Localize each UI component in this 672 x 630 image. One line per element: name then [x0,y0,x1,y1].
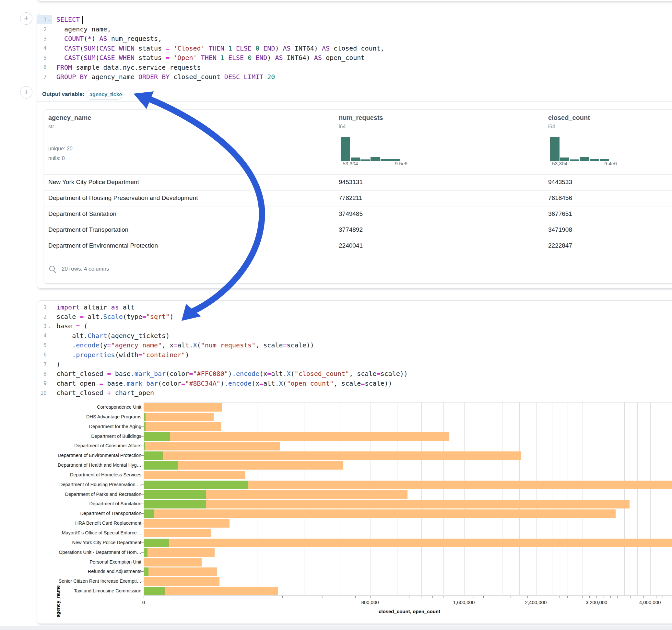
x-axis-title: closed_count, open_count [144,609,672,614]
row-divider [44,206,672,207]
code-text: alt.Chart(agency_tickets) [52,332,170,340]
output-variable-input[interactable]: agency_tickets [86,90,123,99]
y-axis-tick [141,494,144,494]
table-row-count: 20 rows, 4 columns [62,266,109,272]
table-cell: 9443533 [548,178,572,186]
code-line[interactable]: 4 CAST(SUM(CASE WHEN status = 'Closed' T… [37,43,672,53]
code-line[interactable]: 7GROUP BY agency_name ORDER BY closed_co… [37,72,672,81]
table-cell: 2222847 [548,242,572,249]
code-line[interactable]: 1⌄SELECT [37,15,672,24]
dataframe-table: agency_namestrunique: 20nulls: 0num_requ… [44,109,672,284]
bar-closed-count [144,509,616,518]
table-cell: Department of Sanitation [48,210,116,217]
y-axis-label: Department of Parks and Recreation [38,492,141,497]
code-line[interactable]: 2 agency_name, [37,24,672,34]
gridline [624,403,625,595]
line-number: 2 [37,312,52,321]
notebook-page: + + 1⌄SELECT2 agency_name,3 COUNT(*) AS … [0,0,672,630]
x-axis-label: 2,400,000 [525,600,547,605]
x-axis-tick [370,596,370,598]
row-divider [44,222,672,222]
column-histogram [550,137,609,161]
column-header: num_requests [339,114,383,122]
gridline [464,403,464,595]
gridline [519,403,520,595]
line-number: 4 [37,331,52,340]
code-text: .encode(y="agency_name", x=alt.X("num_re… [52,341,314,349]
code-line[interactable]: 4 alt.Chart(agency_tickets) [37,331,672,340]
x-axis-tick [474,596,474,598]
code-line[interactable]: 2scale = alt.Scale(type="sqrt") [37,312,672,321]
y-axis-label: HRA Benefit Card Replacement [38,520,141,526]
y-axis-tick [141,571,144,572]
code-line[interactable]: 3 COUNT(*) AS num_requests, [37,34,672,43]
bar-closed-count [144,432,449,441]
x-axis-tick [617,596,618,598]
gridline [502,403,502,595]
table-cell: New York City Police Department [48,178,139,186]
bar-closed-count [144,413,214,421]
bar-closed-count [144,422,221,431]
y-axis-title: agency_name [55,550,61,630]
bar-open-count [144,432,170,441]
y-axis-tick [141,533,144,533]
y-axis-label: Mayorâ€ s Office of Special Enforce… [38,530,141,535]
fold-chevron-icon[interactable]: ⌄ [47,324,52,328]
bar-closed-count [144,471,245,480]
gridline [484,403,484,595]
line-number: 7 [37,72,52,81]
code-line[interactable]: 10chart_closed + chart_open [37,388,672,398]
code-line[interactable]: 8chart_closed = base.mark_bar(color="#FF… [37,369,672,379]
x-axis-tick [454,596,454,598]
x-axis-tick [443,596,443,598]
bar-open-count [144,461,178,470]
gutter-divider [52,15,52,82]
add-cell-button[interactable]: + [20,12,32,25]
y-axis-label: Department of Buildings [38,434,141,439]
code-text: GROUP BY agency_name ORDER BY closed_cou… [52,73,275,81]
y-axis-label: Correspondence Unit [38,405,141,410]
code-line[interactable]: 9chart_open = base.mark_bar(color="#8BC3… [37,379,672,388]
bar-closed-count [144,548,215,557]
code-line[interactable]: 5 CAST(SUM(CASE WHEN status = 'Open' THE… [37,53,672,63]
code-text: import altair as alt [52,303,135,311]
fold-chevron-icon[interactable]: ⌄ [47,18,52,22]
code-line[interactable]: 1import altair as alt [37,302,672,312]
x-axis-tick [637,596,637,598]
x-axis-tick [624,596,624,598]
y-axis-tick [141,427,144,427]
code-line[interactable]: 6 .properties(width="container") [37,350,672,359]
bar-open-count [144,539,169,547]
bar-open-count [144,500,206,508]
y-axis-label: Department of Transportation [38,511,141,516]
line-number: 5 [37,341,52,350]
python-code-editor[interactable]: 1import altair as alt2scale = alt.Scale(… [37,302,672,398]
code-text: chart_open = base.mark_bar(color="#8BC34… [52,380,392,387]
column-stat: unique: 20 [48,146,73,152]
x-axis-label: 3,200,000 [586,600,607,605]
code-text: CAST(SUM(CASE WHEN status = 'Closed' THE… [52,44,384,52]
bar-closed-count [144,539,672,547]
gridline [611,403,611,595]
search-icon[interactable] [49,266,55,271]
x-axis-tick [575,596,575,598]
sql-code-editor[interactable]: 1⌄SELECT2 agency_name,3 COUNT(*) AS num_… [37,15,672,82]
code-line[interactable]: 3⌄base = ( [37,321,672,331]
gridline [663,403,663,595]
x-axis-tick [510,596,511,598]
code-line[interactable]: 5 .encode(y="agency_name", x=alt.X("num_… [37,341,672,350]
x-axis-tick [630,596,631,598]
x-axis-tick [610,596,611,598]
row-divider [44,254,672,254]
x-axis-tick [464,596,464,598]
add-cell-button[interactable]: + [20,86,32,98]
y-axis-label: Department for the Aging [38,424,141,429]
x-axis-label: 800,000 [361,600,379,605]
y-axis-tick [141,523,144,524]
bar-open-count [144,481,248,489]
code-line[interactable]: 6FROM sample_data.nyc.service_requests [37,63,672,72]
code-line[interactable]: 7) [37,359,672,369]
x-axis-tick [421,596,422,598]
table-cell: 3677651 [548,210,572,217]
bar-open-count [144,422,146,431]
